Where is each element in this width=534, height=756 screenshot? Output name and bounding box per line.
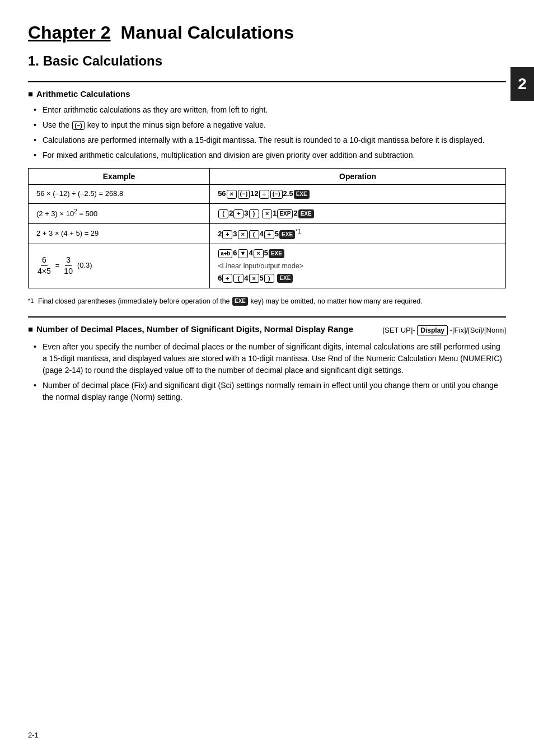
key-fracinput: a÷b [218,249,232,258]
key-down: ▼ [238,249,249,258]
divider-thick [28,81,506,82]
example-cell: 56 × (–12) ÷ (–2.5) = 268.8 [29,185,210,204]
key-exp: EXP [277,209,293,218]
table-header-operation: Operation [210,169,506,185]
ndp-bullet-item: Even after you specify the number of dec… [34,341,506,376]
key-close-paren: ) [249,209,259,218]
key-plus3: + [264,230,274,239]
table-row: (2 + 3) × 102 = 500 (2+3) ×1EXP2EXE [29,203,506,223]
table-row: 6 4×5 = 3 10 (0.3) a÷b6▼4×5EXE <Linear i… [29,244,506,288]
footnote-marker: *1 [28,296,34,306]
key-open2: ( [249,230,259,239]
bullet-item: Use the (−) key to input the minus sign … [34,119,506,131]
ndp-heading-container: Number of Decimal Places, Number of Sign… [28,324,506,335]
key-open-paren: ( [218,209,228,218]
key-times: × [262,209,272,218]
table-header-example: Example [29,169,210,185]
key-neg: (−) [238,190,250,199]
ndp-heading-text: Number of Decimal Places, Number of Sign… [36,324,353,334]
bullet-item: For mixed arithmetic calculations, multi… [34,150,506,161]
key-times2: × [238,230,248,239]
ndp-heading-left: Number of Decimal Places, Number of Sign… [28,324,353,334]
operation-cell: a÷b6▼4×5EXE <Linear input/output mode> 6… [210,244,506,288]
key-exe: EXE [294,190,310,199]
example-cell: (2 + 3) × 102 = 500 [29,203,210,223]
key-plus: + [233,209,243,218]
key-exe5: EXE [277,274,293,283]
key-open3: ( [233,274,243,283]
section-tab: 2 [510,67,534,101]
key-exe4: EXE [269,249,284,258]
operation-cell: 56×(−)12÷(−)2.5EXE [210,185,506,204]
key-exe3: EXE [279,230,295,239]
chapter-header: Chapter 2 Manual Calculations [28,22,506,43]
key-neg2: (−) [270,190,283,199]
operation-cell: 2+3×(4+5EXE*1 [210,223,506,244]
key-exe-ref: EXE [232,297,248,306]
arithmetic-heading: Arithmetic Calculations [28,89,506,99]
display-key: Display [417,325,448,335]
example-cell: 2 + 3 × (4 + 5) = 29 [29,223,210,244]
key-minus: (−) [72,121,85,130]
example-cell: 6 4×5 = 3 10 (0.3) [29,244,210,288]
chapter-label: Chapter 2 [28,22,111,43]
key-plus2: + [222,230,232,239]
arithmetic-table: Example Operation 56 × (–12) ÷ (–2.5) = … [28,168,506,288]
arithmetic-bullets: Enter arithmetic calculations as they ar… [28,104,506,161]
table-row: 2 + 3 × (4 + 5) = 29 2+3×(4+5EXE*1 [29,223,506,244]
ndp-bullets: Even after you specify the number of dec… [28,341,506,403]
chapter-title: Manual Calculations [121,22,294,43]
section-heading: 1. Basic Calculations [28,53,506,69]
key-div2: ÷ [222,274,232,283]
key-times4: × [249,274,259,283]
key-close2: ) [264,274,274,283]
key-exe2: EXE [298,209,314,218]
key-times3: × [254,249,264,258]
ndp-setup-ref: [SET UP]- Display -[Fix]/[Sci]/[Norm] [382,325,506,335]
divider-thick2 [28,316,506,318]
key-div: ÷ [259,190,269,199]
bullet-item: Enter arithmetic calculations as they ar… [34,104,506,116]
page-number: 2-1 [28,731,39,739]
bullet-item: Calculations are performed internally wi… [34,134,506,146]
footnote: *1 Final closed parentheses (immediately… [28,296,506,307]
ndp-bullet-item: Number of decimal place (Fix) and signif… [34,380,506,403]
table-row: 56 × (–12) ÷ (–2.5) = 268.8 56×(−)12÷(−)… [29,185,506,204]
operation-cell: (2+3) ×1EXP2EXE [210,203,506,223]
key-x: × [227,190,237,199]
